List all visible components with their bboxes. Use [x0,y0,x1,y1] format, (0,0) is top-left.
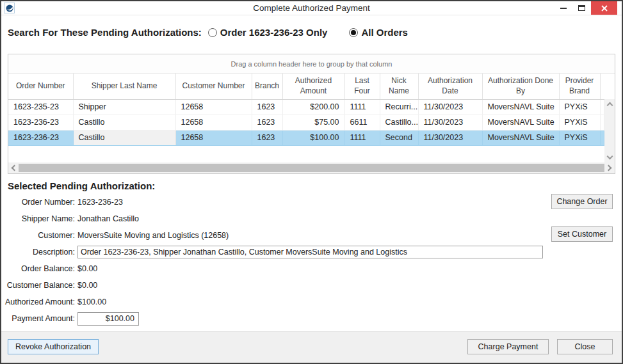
radio-all-orders[interactable]: All Orders [349,27,408,38]
cell-nick-name[interactable]: Castillo... [380,115,418,130]
field-description-label: Description: [1,248,77,257]
cell-order-number[interactable]: 1623-236-23 [8,115,73,130]
radio-order-only-circle [208,28,217,37]
chevron-right-icon [606,165,612,171]
field-customer-balance: Customer Balance: $0.00 [1,277,552,294]
cell-authorization-date[interactable]: 11/30/2023 [418,99,482,115]
column-header-authorization-date[interactable]: Authorization Date [418,74,482,99]
cell-order-number[interactable]: 1623-235-23 [8,99,73,115]
field-shipper-name-value: Jonathan Castillo [77,214,139,223]
field-order-number: Order Number: 1623-236-23 [1,194,552,210]
column-header-filler [600,74,604,99]
column-header-shipper-last-name[interactable]: Shipper Last Name [73,74,175,99]
chevron-left-icon [12,165,18,171]
cell-shipper-last-name[interactable]: Shipper [73,99,175,115]
minimize-button[interactable] [554,1,572,15]
column-header-branch[interactable]: Branch [252,74,282,99]
cell-branch[interactable]: 1623 [252,130,282,145]
cell-customer-number[interactable]: 12658 [175,99,252,115]
table-row: 1623-235-23 Shipper 12658 1623 $200.00 1… [8,99,604,115]
cell-order-number[interactable]: 1623-236-23 [8,130,73,145]
search-label: Search For These Pending Authorizations: [8,27,202,38]
minimize-icon [560,8,567,9]
revoke-authorization-button[interactable]: Revoke Authorization [8,339,99,354]
cell-provider-brand[interactable]: PYXiS [559,115,600,130]
maximize-button[interactable] [572,1,591,15]
cell-branch[interactable]: 1623 [252,99,282,115]
cell-nick-name[interactable]: Second [380,130,418,145]
vertical-scrollbar[interactable] [604,99,615,162]
window-title: Complete Authorized Payment [1,3,622,13]
horizontal-scrollbar-thumb[interactable] [19,164,604,172]
cell-authorization-date[interactable]: 11/30/2023 [418,130,482,145]
cell-authorized-amount[interactable]: $100.00 [282,130,344,145]
authorizations-grid: Drag a column header here to group by th… [8,54,615,174]
cell-shipper-last-name[interactable]: Castillo [73,115,175,130]
scroll-left-button[interactable] [8,162,19,173]
column-header-nick-name[interactable]: Nick Name [380,74,418,99]
radio-all-orders-label: All Orders [361,27,408,38]
cell-authorized-amount[interactable]: $200.00 [282,99,344,115]
cell-nick-name[interactable]: Recurri... [380,99,418,115]
field-payment-amount: Payment Amount: [1,310,552,327]
cell-filler [600,99,604,115]
details-fields: Order Number: 1623-236-23 Shipper Name: … [1,194,552,327]
column-header-customer-number[interactable]: Customer Number [175,74,252,99]
search-options-row: Search For These Pending Authorizations:… [8,27,408,38]
cell-shipper-last-name[interactable]: Castillo [73,130,175,145]
field-order-balance-label: Order Balance: [1,264,77,273]
field-customer-label: Customer: [1,231,77,240]
group-by-panel[interactable]: Drag a column header here to group by th… [8,54,615,74]
authorizations-table: Order Number Shipper Last Name Customer … [8,74,604,146]
cell-filler [600,130,604,145]
cell-authorization-done-by[interactable]: MoversNAVL Suite [482,115,559,130]
titlebar[interactable]: Complete Authorized Payment [1,1,622,15]
cell-authorization-done-by[interactable]: MoversNAVL Suite [482,99,559,115]
description-input[interactable] [77,246,543,258]
cell-last-four[interactable]: 1111 [344,130,380,145]
radio-all-orders-circle [349,28,358,37]
cell-provider-brand[interactable]: PYXiS [559,130,600,145]
cell-last-four[interactable]: 6611 [344,115,380,130]
chevron-up-icon[interactable] [606,102,613,109]
cell-authorized-amount[interactable]: $75.00 [282,115,344,130]
cell-customer-number[interactable]: 12658 [175,115,252,130]
field-payment-amount-label: Payment Amount: [1,314,77,323]
cell-filler [600,115,604,130]
column-header-provider-brand[interactable]: Provider Brand [559,74,600,99]
complete-authorized-payment-dialog: Complete Authorized Payment Search For T… [0,0,623,364]
field-authorized-amount-value: $100.00 [77,297,106,306]
window-controls [554,1,617,15]
cell-provider-brand[interactable]: PYXiS [559,99,600,115]
field-description: Description: [1,244,552,260]
column-header-order-number[interactable]: Order Number [8,74,73,99]
table-row-selected: 1623-236-23 Castillo 12658 1623 $100.00 … [8,130,604,145]
column-header-authorized-amount[interactable]: Authorized Amount [282,74,344,99]
change-order-button[interactable]: Change Order [551,194,613,209]
field-shipper-name-label: Shipper Name: [1,214,77,223]
cell-branch[interactable]: 1623 [252,115,282,130]
cell-authorization-date[interactable]: 11/30/2023 [418,115,482,130]
charge-payment-button[interactable]: Charge Payment [467,339,549,354]
column-header-last-four[interactable]: Last Four [344,74,380,99]
scroll-right-button[interactable] [604,162,615,173]
set-customer-button[interactable]: Set Customer [551,226,613,242]
chevron-down-icon[interactable] [606,154,613,160]
horizontal-scrollbar[interactable] [8,162,615,173]
cell-authorization-done-by[interactable]: MoversNAVL Suite [482,130,559,145]
field-customer-balance-label: Customer Balance: [1,281,77,290]
field-authorized-amount: Authorized Amount: $100.00 [1,294,552,310]
header-row: Order Number Shipper Last Name Customer … [8,74,604,99]
payment-amount-input[interactable] [77,312,139,326]
field-order-balance-value: $0.00 [77,264,97,273]
radio-order-only[interactable]: Order 1623-236-23 Only [208,27,328,38]
column-header-authorization-done-by[interactable]: Authorization Done By [482,74,559,99]
close-button[interactable] [591,1,617,15]
field-customer-value: MoversSuite Moving and Logistics (12658) [77,231,229,240]
table-row: 1623-236-23 Castillo 12658 1623 $75.00 6… [8,115,604,130]
cell-customer-number[interactable]: 12658 [175,130,252,145]
details-heading: Selected Pending Authorization: [8,180,155,191]
field-order-number-value: 1623-236-23 [77,198,123,207]
close-dialog-button[interactable]: Close [557,339,613,354]
cell-last-four[interactable]: 1111 [344,99,380,115]
